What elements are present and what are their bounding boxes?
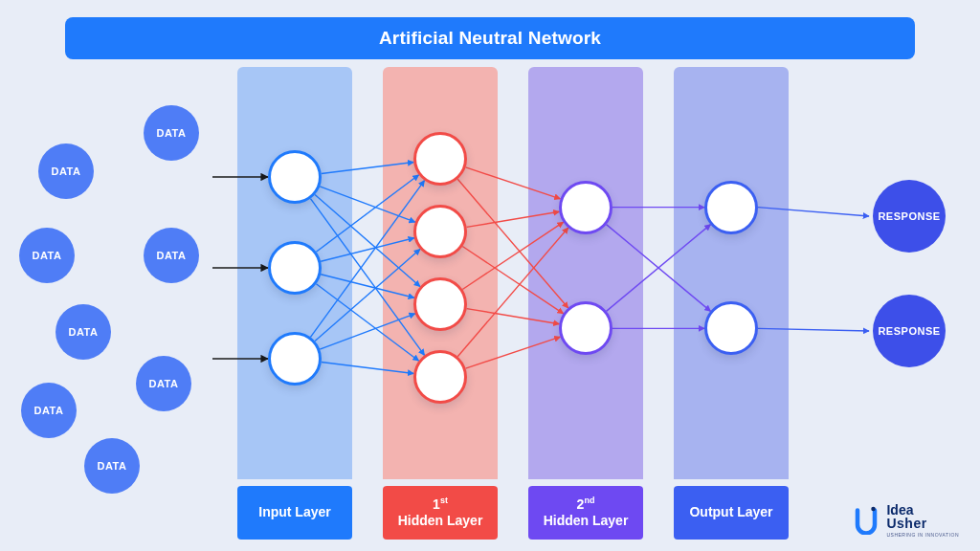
data-bubble: DATA — [19, 228, 75, 283]
hidden1-node-2 — [413, 205, 467, 258]
response-bubble: RESPONSE — [873, 295, 946, 367]
label-input-layer: Input Layer — [237, 486, 352, 540]
hidden1-node-1 — [413, 132, 467, 186]
response-bubble: RESPONSE — [873, 180, 946, 253]
brand-logo: Idea Usher USHERING IN INNOVATION — [852, 503, 959, 538]
diagram-stage: Input Layer 1stHidden Layer 2ndHidden La… — [0, 67, 980, 551]
column-output-layer — [674, 67, 789, 479]
hidden2-node-1 — [559, 181, 612, 234]
label-hidden-layer-1: 1stHidden Layer — [383, 486, 498, 540]
label-output-layer: Output Layer — [674, 486, 789, 540]
svg-point-29 — [872, 507, 877, 512]
column-hidden-layer-1 — [383, 67, 498, 479]
hidden1-node-4 — [413, 350, 467, 404]
data-bubble: DATA — [136, 356, 191, 411]
data-bubble: DATA — [144, 105, 199, 161]
brand-mark-icon — [852, 506, 880, 535]
data-bubble: DATA — [21, 383, 77, 438]
hidden2-node-2 — [559, 301, 612, 355]
column-hidden-layer-2 — [528, 67, 643, 479]
data-bubble: DATA — [56, 304, 111, 360]
diagram-title: Artificial Neutral Network — [65, 17, 915, 59]
output-node-1 — [704, 181, 758, 234]
brand-text-line1: Idea — [886, 503, 959, 517]
brand-text-line2: Usher — [886, 517, 959, 530]
input-node-2 — [268, 241, 322, 295]
hidden1-node-3 — [413, 277, 467, 331]
input-node-3 — [268, 332, 322, 386]
data-bubble: DATA — [144, 228, 199, 283]
brand-tagline: USHERING IN INNOVATION — [886, 532, 959, 538]
data-bubble: DATA — [84, 438, 140, 494]
data-bubble: DATA — [38, 143, 94, 199]
output-node-2 — [704, 301, 758, 355]
label-hidden-layer-2: 2ndHidden Layer — [528, 486, 643, 540]
input-node-1 — [268, 150, 322, 204]
